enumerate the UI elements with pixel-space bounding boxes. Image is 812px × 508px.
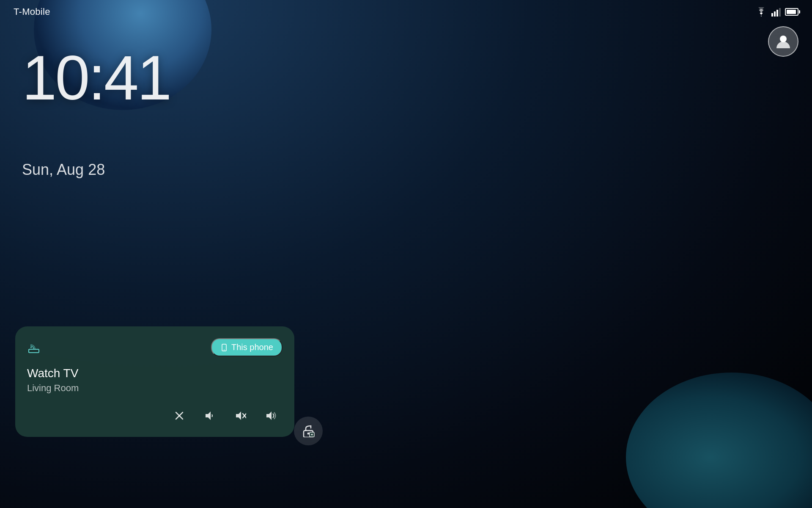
volume-mute-button[interactable] <box>228 404 252 428</box>
wifi-icon <box>755 7 767 17</box>
close-button[interactable] <box>167 404 191 428</box>
volume-mute-icon <box>234 410 246 422</box>
status-icons <box>755 7 798 17</box>
notification-header: This phone <box>27 338 283 356</box>
lock-button[interactable] <box>294 417 323 445</box>
svg-rect-1 <box>774 11 776 17</box>
svg-marker-12 <box>206 411 211 420</box>
svg-marker-13 <box>236 411 241 420</box>
svg-rect-5 <box>30 347 32 348</box>
signal-icon <box>771 7 781 17</box>
date-display: Sun, Aug 28 <box>22 161 105 179</box>
svg-point-4 <box>780 36 787 42</box>
this-phone-badge[interactable]: This phone <box>211 338 283 356</box>
volume-down-icon <box>204 410 216 422</box>
svg-rect-6 <box>29 349 39 353</box>
svg-rect-2 <box>776 10 778 17</box>
profile-avatar[interactable] <box>768 26 798 57</box>
carrier-text: T-Mobile <box>14 6 50 17</box>
notification-subtitle: Living Room <box>27 383 283 394</box>
volume-up-icon <box>265 410 277 422</box>
battery-icon <box>785 8 798 16</box>
svg-point-18 <box>307 433 310 435</box>
notification-card: This phone Watch TV Living Room <box>15 326 294 437</box>
lock-icon <box>302 425 315 437</box>
svg-rect-0 <box>771 13 773 17</box>
phone-small-icon <box>220 344 228 351</box>
status-bar: T-Mobile <box>0 0 812 24</box>
volume-down-button[interactable] <box>198 404 222 428</box>
svg-rect-3 <box>779 8 781 17</box>
notification-title: Watch TV <box>27 367 283 380</box>
cast-icon <box>27 340 41 355</box>
person-icon <box>775 33 792 50</box>
svg-marker-16 <box>266 411 272 420</box>
svg-point-9 <box>224 349 225 350</box>
this-phone-label: This phone <box>231 342 273 352</box>
clock-display: 10:41 <box>22 47 170 109</box>
close-icon <box>174 411 184 421</box>
notification-actions <box>27 404 283 428</box>
svg-point-20 <box>311 434 313 436</box>
volume-up-button[interactable] <box>259 404 283 428</box>
